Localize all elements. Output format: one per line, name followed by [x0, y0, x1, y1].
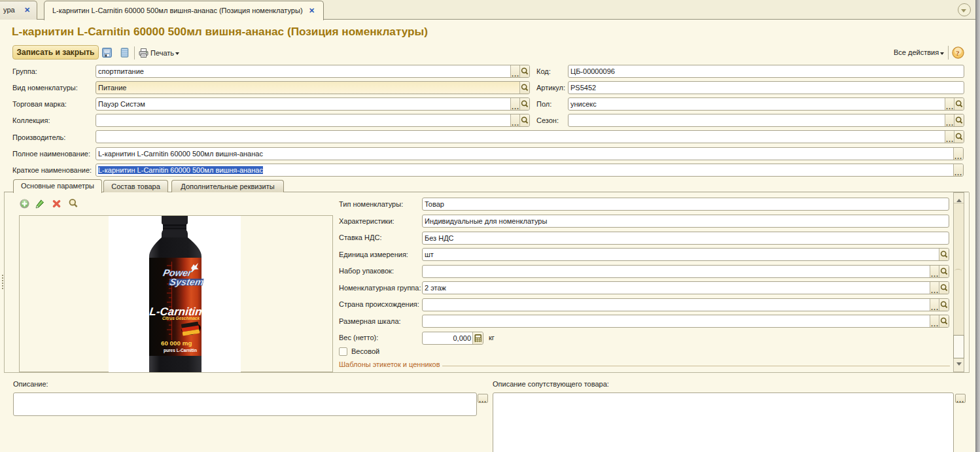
- svg-text:System: System: [169, 277, 205, 287]
- svg-text:pures L-Carnitin: pures L-Carnitin: [164, 348, 197, 353]
- svg-text:Citrus Geschmack: Citrus Geschmack: [162, 316, 200, 321]
- svg-text:60 000 mg: 60 000 mg: [161, 339, 192, 347]
- svg-text:?: ?: [956, 49, 960, 57]
